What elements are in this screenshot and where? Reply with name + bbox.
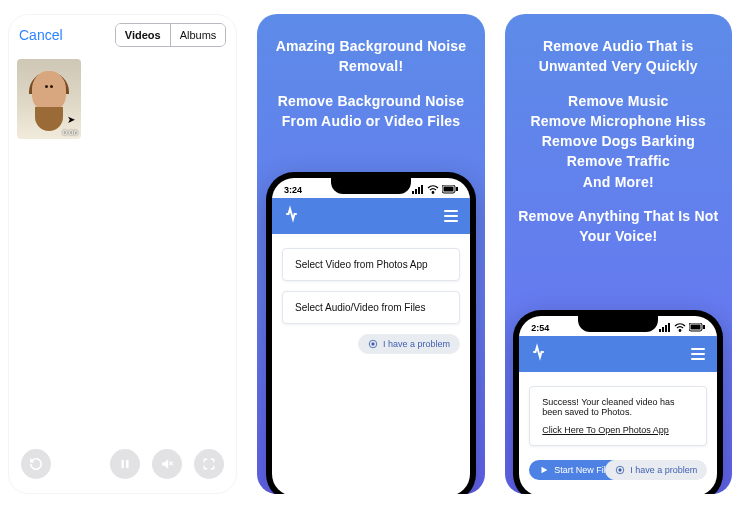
- phone-mockup: 3:24 Select Video from Photos App Sel: [266, 172, 476, 494]
- player-controls: [9, 449, 236, 479]
- cancel-button[interactable]: Cancel: [19, 27, 63, 43]
- success-message: Success! Your cleaned video has been sav…: [529, 386, 707, 446]
- signal-icon: [412, 185, 424, 194]
- app-logo-icon: [531, 343, 549, 365]
- svg-point-18: [680, 330, 682, 332]
- screenshot-row: Cancel Videos Albums ➤ 0:06: [0, 0, 740, 508]
- status-time: 3:24: [284, 185, 302, 195]
- app-bar: [519, 336, 717, 372]
- fullscreen-button[interactable]: [194, 449, 224, 479]
- tab-videos[interactable]: Videos: [116, 24, 171, 46]
- phone-mockup: 2:54 Success! Your cleaned video h: [513, 310, 723, 494]
- mute-button[interactable]: [152, 449, 182, 479]
- select-from-files-button[interactable]: Select Audio/Video from Files: [282, 291, 460, 324]
- menu-button[interactable]: [444, 210, 458, 222]
- restart-button[interactable]: [21, 449, 51, 479]
- app-logo-icon: [284, 205, 302, 227]
- svg-point-13: [372, 343, 375, 346]
- screenshot-photo-picker: Cancel Videos Albums ➤ 0:06: [8, 14, 237, 494]
- screenshot-promo-1: Amazing Background Noise Removal! Remove…: [257, 14, 484, 494]
- svg-rect-21: [703, 325, 705, 329]
- screenshot-promo-2: Remove Audio That is Unwanted Very Quick…: [505, 14, 732, 494]
- svg-rect-5: [415, 189, 417, 194]
- help-chip[interactable]: I have a problem: [358, 334, 460, 354]
- svg-rect-11: [456, 187, 458, 191]
- success-text: Success! Your cleaned video has been sav…: [542, 397, 694, 417]
- battery-icon: [442, 185, 458, 194]
- svg-rect-10: [443, 187, 453, 192]
- tab-albums[interactable]: Albums: [171, 24, 226, 46]
- svg-rect-4: [412, 191, 414, 194]
- select-from-photos-button[interactable]: Select Video from Photos App: [282, 248, 460, 281]
- wifi-icon: [427, 185, 439, 194]
- video-thumbnail[interactable]: ➤ 0:06: [17, 59, 81, 139]
- cursor-icon: ➤: [67, 114, 75, 125]
- segmented-control[interactable]: Videos Albums: [115, 23, 227, 47]
- status-time: 2:54: [531, 323, 549, 333]
- svg-rect-16: [665, 325, 667, 332]
- svg-point-24: [619, 469, 622, 472]
- thumbnail-duration: 0:06: [62, 128, 78, 137]
- headline: Remove Background Noise From Audio or Vi…: [269, 91, 472, 132]
- menu-button[interactable]: [691, 348, 705, 360]
- app-bar: [272, 198, 470, 234]
- start-new-file-label: Start New File: [554, 465, 611, 475]
- svg-rect-7: [421, 185, 423, 194]
- promo-copy: Remove Audio That is Unwanted Very Quick…: [505, 14, 732, 247]
- help-chip-label: I have a problem: [383, 339, 450, 349]
- pause-button[interactable]: [110, 449, 140, 479]
- promo-copy: Amazing Background Noise Removal! Remove…: [257, 14, 484, 131]
- svg-rect-14: [659, 329, 661, 332]
- svg-rect-17: [668, 323, 670, 332]
- signal-icon: [659, 323, 671, 332]
- phone-notch: [578, 316, 658, 332]
- picker-topbar: Cancel Videos Albums: [9, 15, 236, 55]
- headline: Remove Audio That is Unwanted Very Quick…: [517, 36, 720, 77]
- svg-rect-0: [122, 460, 124, 468]
- wifi-icon: [674, 323, 686, 332]
- svg-rect-6: [418, 187, 420, 194]
- headline: Amazing Background Noise Removal!: [269, 36, 472, 77]
- help-chip-label: I have a problem: [630, 465, 697, 475]
- phone-notch: [331, 178, 411, 194]
- open-photos-link[interactable]: Click Here To Open Photos App: [542, 425, 694, 435]
- svg-point-8: [432, 192, 434, 194]
- svg-rect-15: [662, 327, 664, 332]
- help-chip[interactable]: I have a problem: [605, 460, 707, 480]
- thumbnail-image: [17, 59, 81, 139]
- svg-rect-20: [691, 325, 701, 330]
- svg-marker-22: [542, 467, 548, 474]
- headline: Remove Music Remove Microphone Hiss Remo…: [517, 91, 720, 192]
- battery-icon: [689, 323, 705, 332]
- headline: Remove Anything That Is Not Your Voice!: [517, 206, 720, 247]
- svg-rect-1: [126, 460, 128, 468]
